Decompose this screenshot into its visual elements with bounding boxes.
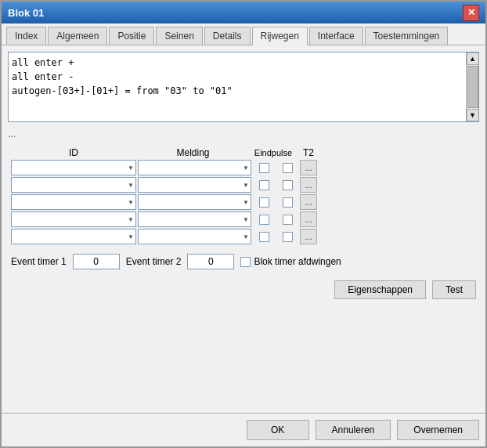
col-melding: Melding (136, 147, 250, 158)
col-t2: T2 (297, 147, 320, 158)
tab-details[interactable]: Details (204, 27, 251, 45)
t2-checkbox-4[interactable] (283, 215, 293, 225)
tab-interface[interactable]: Interface (309, 27, 363, 45)
melding-dropdown-2[interactable]: ▼ (138, 177, 251, 193)
eindpulse-checkbox-1[interactable] (259, 163, 269, 173)
t2-checkbox-3[interactable] (283, 197, 293, 208)
more-btn-4[interactable]: ... (300, 211, 317, 227)
eindpulse-checkbox-4[interactable] (259, 215, 269, 225)
id-dropdown-5[interactable]: ▼ (11, 229, 136, 244)
blok-timer-row: Blok timer afdwingen (240, 256, 341, 267)
table-row: ▼ ▼ ... (8, 160, 479, 175)
blok-timer-checkbox[interactable] (240, 257, 251, 267)
table-row: ▼ ▼ ... (8, 177, 479, 193)
title-bar: Blok 01 ✕ (2, 2, 485, 23)
main-window: Blok 01 ✕ Index Algemeen Positie Seinen … (0, 0, 487, 448)
id-dropdown-3[interactable]: ▼ (11, 194, 136, 210)
t2-checkbox-5[interactable] (283, 232, 293, 242)
more-btn-2[interactable]: ... (300, 177, 317, 193)
tab-index[interactable]: Index (6, 27, 46, 45)
more-btn-3[interactable]: ... (300, 194, 317, 210)
table-row: ▼ ▼ ... (8, 194, 479, 210)
action-row: Eigenschappen Test (8, 277, 479, 302)
table-header: ID Melding Eindpulse T2 (8, 146, 479, 160)
overnemen-button[interactable]: Overnemen (397, 420, 479, 440)
dropdown-arrow-m2: ▼ (243, 182, 249, 189)
scroll-down-arrow[interactable]: ▼ (467, 109, 479, 121)
dropdown-arrow-m5: ▼ (243, 233, 249, 240)
melding-dropdown-5[interactable]: ▼ (138, 229, 251, 244)
dropdown-arrow-3: ▼ (128, 199, 134, 206)
event-timer-1-input[interactable] (73, 254, 120, 269)
id-dropdown-4[interactable]: ▼ (11, 211, 136, 227)
event-timer-2-label: Event timer 2 (126, 256, 182, 267)
ok-button[interactable]: OK (247, 420, 309, 440)
col-id: ID (11, 147, 136, 158)
t2-checkbox-2[interactable] (283, 180, 293, 190)
scroll-thumb[interactable] (467, 66, 478, 108)
tab-algemeen[interactable]: Algemeen (48, 27, 107, 45)
dropdown-arrow-2: ▼ (128, 182, 134, 189)
tab-seinen[interactable]: Seinen (156, 27, 202, 45)
event-timer-2-input[interactable] (187, 254, 234, 269)
table-row: ▼ ▼ ... (8, 229, 479, 244)
eindpulse-checkbox-2[interactable] (259, 180, 269, 190)
ellipsis-button[interactable]: ... (8, 127, 479, 141)
window-title: Blok 01 (8, 7, 44, 19)
table-row: ▼ ▼ ... (8, 211, 479, 227)
blok-timer-label: Blok timer afdwingen (254, 256, 341, 267)
tab-rijwegen[interactable]: Rijwegen (252, 27, 308, 45)
rijwegen-text-area[interactable]: all enter + all enter - autogen-[03+]-[0… (8, 52, 479, 122)
dropdown-arrow-1: ▼ (128, 164, 134, 172)
id-dropdown-1[interactable]: ▼ (11, 160, 136, 175)
col-eindpulse: Eindpulse (250, 148, 297, 157)
dropdown-arrow-5: ▼ (128, 233, 134, 240)
melding-dropdown-1[interactable]: ▼ (138, 160, 251, 175)
eigenschappen-button[interactable]: Eigenschappen (334, 280, 426, 299)
event-timer-1-label: Event timer 1 (11, 256, 67, 267)
event-timer-row: Event timer 1 Event timer 2 Blok timer a… (8, 251, 479, 273)
text-area-content: all enter + all enter - autogen-[03+]-[0… (12, 56, 475, 98)
eindpulse-checkbox-3[interactable] (259, 197, 269, 208)
dropdown-arrow-m3: ▼ (243, 199, 249, 206)
tab-bar: Index Algemeen Positie Seinen Details Ri… (2, 23, 485, 45)
close-button[interactable]: ✕ (463, 5, 479, 21)
scrollbar-vertical[interactable]: ▲ ▼ (466, 52, 478, 121)
title-controls: ✕ (463, 5, 479, 21)
eindpulse-checkbox-5[interactable] (259, 232, 269, 242)
dropdown-arrow-m4: ▼ (243, 216, 249, 223)
tab-content: all enter + all enter - autogen-[03+]-[0… (2, 45, 485, 413)
annuleren-button[interactable]: Annuleren (316, 420, 391, 440)
melding-dropdown-4[interactable]: ▼ (138, 211, 251, 227)
more-btn-5[interactable]: ... (300, 229, 317, 244)
t2-checkbox-1[interactable] (283, 163, 293, 173)
footer: OK Annuleren Overnemen (2, 413, 485, 446)
test-button[interactable]: Test (432, 280, 476, 299)
tab-positie[interactable]: Positie (109, 27, 154, 45)
table-section: ID Melding Eindpulse T2 ▼ ▼ ... ▼ ▼ ... (8, 146, 479, 246)
scroll-up-arrow[interactable]: ▲ (467, 52, 479, 65)
tab-toestemmingen[interactable]: Toestemmingen (365, 27, 449, 45)
dropdown-arrow-4: ▼ (128, 216, 134, 223)
more-btn-1[interactable]: ... (300, 160, 317, 175)
melding-dropdown-3[interactable]: ▼ (138, 194, 251, 210)
dropdown-arrow-m1: ▼ (243, 164, 249, 172)
id-dropdown-2[interactable]: ▼ (11, 177, 136, 193)
